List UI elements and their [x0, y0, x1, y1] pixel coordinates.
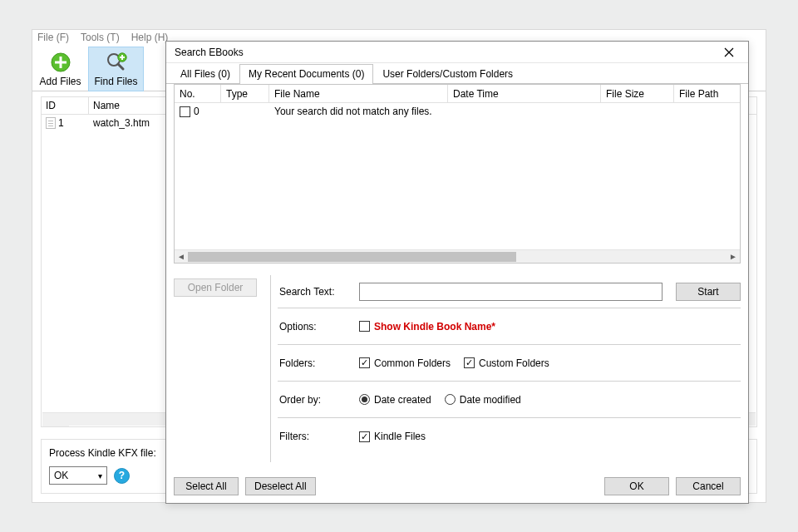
- menu-file[interactable]: File (F): [37, 32, 69, 45]
- col-date-time[interactable]: Date Time: [448, 85, 601, 102]
- add-icon: [49, 51, 72, 74]
- chevron-down-icon: ▾: [98, 471, 102, 480]
- row-id: 1: [58, 117, 64, 129]
- custom-folders-checkbox[interactable]: ✓ Custom Folders: [464, 357, 549, 369]
- show-kindle-checkbox[interactable]: Show Kindle Book Name*: [359, 321, 495, 332]
- vertical-divider: [270, 275, 271, 462]
- row-no: 0: [194, 106, 200, 117]
- common-folders-checkbox[interactable]: ✓ Common Folders: [359, 357, 451, 369]
- close-icon: [724, 47, 734, 57]
- checkbox-icon: ✓: [464, 357, 475, 368]
- svg-line-4: [118, 64, 123, 69]
- show-kindle-label: Show Kindle Book Name*: [374, 321, 495, 332]
- checkbox-icon: [359, 321, 370, 332]
- file-icon: [46, 117, 56, 129]
- date-created-radio[interactable]: Date created: [359, 394, 431, 406]
- select-all-button[interactable]: Select All: [174, 477, 239, 495]
- date-modified-label: Date modified: [460, 394, 521, 406]
- menu-tools[interactable]: Tools (T): [81, 32, 120, 45]
- radio-icon: [359, 394, 370, 405]
- kindle-files-label: Kindle Files: [374, 431, 426, 442]
- kfx-dropdown-value: OK: [54, 470, 68, 481]
- common-folders-label: Common Folders: [374, 357, 451, 369]
- svg-rect-2: [55, 62, 66, 64]
- find-files-label: Find Files: [94, 76, 137, 87]
- ok-button[interactable]: OK: [604, 477, 669, 495]
- close-button[interactable]: [715, 44, 743, 61]
- tab-all-files[interactable]: All Files (0): [171, 64, 239, 83]
- tab-user-folders[interactable]: User Folders/Custom Folders: [373, 64, 522, 83]
- dialog-tabs: All Files (0) My Recent Documents (0) Us…: [166, 63, 748, 84]
- open-folder-button: Open Folder: [174, 278, 257, 297]
- empty-message: Your search did not match any files.: [269, 106, 448, 117]
- search-input[interactable]: [359, 283, 663, 301]
- result-empty-row[interactable]: 0 Your search did not match any files.: [175, 103, 740, 120]
- result-grid-header: No. Type File Name Date Time File Size F…: [175, 85, 740, 103]
- menu-help[interactable]: Help (H): [131, 32, 169, 45]
- col-id[interactable]: ID: [42, 97, 89, 114]
- row-checkbox[interactable]: [180, 106, 190, 117]
- checkbox-icon: ✓: [359, 357, 370, 368]
- col-file-name[interactable]: File Name: [269, 85, 448, 102]
- search-ebooks-dialog: Search EBooks All Files (0) My Recent Do…: [165, 41, 749, 504]
- checkbox-icon: ✓: [359, 431, 370, 442]
- dialog-footer: Select All Deselect All OK Cancel: [166, 470, 748, 503]
- order-by-label: Order by:: [278, 394, 359, 406]
- col-file-size[interactable]: File Size: [601, 85, 674, 102]
- custom-folders-label: Custom Folders: [479, 357, 549, 369]
- filters-label: Filters:: [278, 431, 359, 442]
- scroll-left-icon[interactable]: ◄: [175, 250, 188, 264]
- folders-label: Folders:: [278, 357, 359, 369]
- add-files-label: Add Files: [39, 76, 81, 87]
- scroll-thumb[interactable]: [188, 252, 516, 262]
- add-files-button[interactable]: Add Files: [32, 47, 88, 91]
- date-created-label: Date created: [374, 394, 431, 406]
- svg-rect-7: [120, 57, 125, 58]
- deselect-all-button[interactable]: Deselect All: [245, 477, 316, 495]
- col-no[interactable]: No.: [175, 85, 221, 102]
- options-label: Options:: [278, 321, 359, 332]
- help-button[interactable]: ?: [114, 468, 130, 484]
- result-grid: No. Type File Name Date Time File Size F…: [174, 84, 741, 264]
- result-hscrollbar[interactable]: ◄ ►: [175, 249, 740, 263]
- dialog-title: Search EBooks: [175, 47, 244, 58]
- cancel-button[interactable]: Cancel: [676, 477, 741, 495]
- tab-my-recent-documents[interactable]: My Recent Documents (0): [239, 64, 373, 83]
- col-file-path[interactable]: File Path: [674, 85, 740, 102]
- kindle-files-checkbox[interactable]: ✓ Kindle Files: [359, 431, 426, 442]
- search-plus-icon: [105, 51, 128, 74]
- radio-icon: [445, 394, 456, 405]
- col-type[interactable]: Type: [221, 85, 269, 102]
- scroll-right-icon[interactable]: ►: [727, 250, 740, 264]
- dialog-titlebar: Search EBooks: [166, 42, 748, 63]
- find-files-button[interactable]: Find Files: [88, 47, 144, 91]
- kfx-dropdown[interactable]: OK ▾: [49, 466, 107, 485]
- date-modified-radio[interactable]: Date modified: [445, 394, 521, 406]
- start-button[interactable]: Start: [676, 283, 741, 301]
- search-text-label: Search Text:: [278, 286, 359, 298]
